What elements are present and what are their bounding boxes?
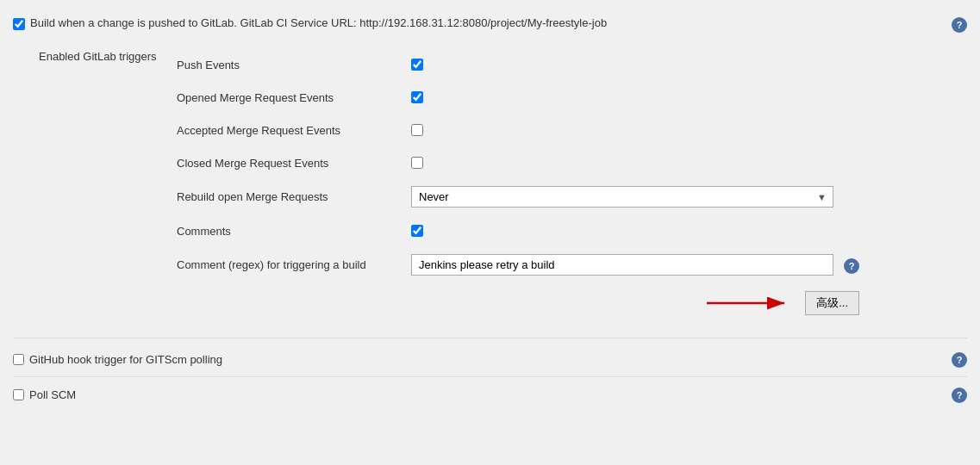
comment-regex-input[interactable]	[411, 254, 833, 276]
accepted-mr-checkbox[interactable]	[411, 124, 423, 136]
build-on-push-checkbox[interactable]	[13, 18, 25, 30]
trigger-row-closed-mr: Closed Merge Request Events	[177, 146, 859, 179]
bottom-item-github: GitHub hook trigger for GITScm polling ?	[13, 344, 967, 375]
rebuild-select[interactable]: Never On push to source branch On push t…	[411, 186, 833, 208]
divider-2	[13, 376, 967, 377]
github-hook-label: GitHub hook trigger for GITScm polling	[29, 353, 222, 366]
opened-mr-label: Opened Merge Request Events	[177, 91, 401, 104]
trigger-row-comments: Comments	[177, 214, 859, 247]
advanced-row: 高级...	[177, 282, 859, 327]
poll-scm-help-icon[interactable]: ?	[952, 388, 967, 403]
main-container: Build when a change is pushed to GitLab.…	[0, 0, 980, 418]
closed-mr-label: Closed Merge Request Events	[177, 157, 401, 170]
divider-1	[13, 338, 967, 338]
gitlab-triggers-block: Enabled GitLab triggers Push Events Open…	[39, 43, 967, 336]
github-hook-help-icon[interactable]: ?	[952, 352, 967, 368]
rebuild-label: Rebuild open Merge Requests	[177, 190, 401, 203]
closed-mr-checkbox[interactable]	[411, 157, 423, 169]
red-arrow-decoration	[698, 288, 802, 319]
advanced-button[interactable]: 高级...	[805, 291, 859, 315]
triggers-section-label: Enabled GitLab triggers	[39, 48, 177, 63]
push-events-checkbox[interactable]	[411, 59, 423, 71]
rebuild-select-wrapper: Never On push to source branch On push t…	[411, 186, 833, 208]
bottom-items: GitHub hook trigger for GITScm polling ?…	[13, 344, 967, 410]
comments-label: Comments	[177, 225, 401, 238]
bottom-item-poll-scm: Poll SCM ?	[13, 379, 967, 410]
opened-mr-checkbox[interactable]	[411, 91, 423, 103]
bottom-item-poll-left: Poll SCM	[13, 388, 76, 401]
poll-scm-label: Poll SCM	[29, 388, 76, 401]
accepted-mr-label: Accepted Merge Request Events	[177, 124, 401, 137]
trigger-row-opened-mr: Opened Merge Request Events	[177, 81, 859, 114]
push-events-label: Push Events	[177, 59, 401, 71]
comment-regex-label: Comment (regex) for triggering a build	[177, 258, 401, 271]
top-row: Build when a change is pushed to GitLab.…	[13, 9, 967, 43]
bottom-item-github-left: GitHub hook trigger for GITScm polling	[13, 353, 222, 366]
trigger-row-accepted-mr: Accepted Merge Request Events	[177, 114, 859, 146]
trigger-row-rebuild: Rebuild open Merge Requests Never On pus…	[177, 179, 859, 214]
trigger-row-push: Push Events	[177, 48, 859, 81]
poll-scm-checkbox[interactable]	[13, 389, 24, 400]
build-on-push-label: Build when a change is pushed to GitLab.…	[30, 16, 607, 31]
build-on-push-help-icon[interactable]: ?	[952, 17, 967, 33]
comment-regex-help-icon[interactable]: ?	[844, 258, 859, 274]
comments-checkbox[interactable]	[411, 225, 423, 237]
triggers-rows: Push Events Opened Merge Request Events …	[177, 48, 859, 327]
top-row-left: Build when a change is pushed to GitLab.…	[13, 16, 952, 31]
comment-regex-row: Comment (regex) for triggering a build ?	[177, 247, 859, 282]
github-hook-checkbox[interactable]	[13, 354, 24, 365]
